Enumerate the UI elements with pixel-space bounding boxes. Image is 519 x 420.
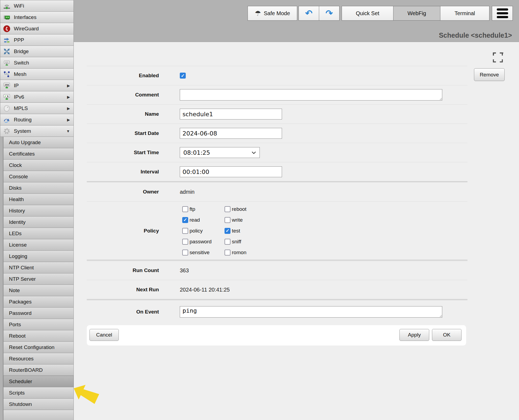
on-event-input[interactable]: ping (180, 306, 442, 318)
sidebar-subitem-shutdown[interactable]: Shutdown (3, 398, 74, 410)
start-time-label: Start Time (87, 150, 159, 156)
ppp-icon (3, 36, 11, 44)
policy-checkbox-password[interactable] (182, 239, 188, 245)
form-row-next-run: Next Run 2024-06-11 20:41:25 (87, 280, 467, 299)
page-title: Schedule <schedule1> (439, 31, 512, 39)
undo-button[interactable]: ↶ (299, 6, 319, 21)
sidebar-item-switch[interactable]: Switch (0, 57, 74, 69)
chevron-down-icon (251, 151, 256, 154)
policy-checkbox-romon[interactable] (225, 250, 230, 256)
button-bar: Cancel Apply OK (87, 325, 466, 345)
start-date-input[interactable] (180, 128, 282, 139)
content-panel: Remove Enabled Comment Name Start Date S… (74, 42, 519, 420)
sidebar-item-wifi[interactable]: WiFi (0, 0, 74, 12)
top-band: ☂ Safe Mode ↶ ↷ Quick Set WebFig Termina… (74, 0, 519, 42)
ipv6-icon: ✓6 (3, 93, 11, 101)
sidebar-subitem-reboot[interactable]: Reboot (3, 330, 74, 342)
form-row-owner: Owner admin (87, 182, 467, 201)
ok-button[interactable]: OK (432, 329, 462, 341)
remove-button[interactable]: Remove (474, 68, 505, 81)
sidebar-subitem-ntp-client[interactable]: NTP Client (3, 262, 74, 273)
policy-checkbox-reboot[interactable] (225, 206, 230, 212)
apply-button[interactable]: Apply (399, 329, 429, 341)
redo-button[interactable]: ↷ (319, 6, 339, 21)
sidebar-subitem-packages[interactable]: Packages (3, 296, 74, 308)
sidebar-subitem-logging[interactable]: Logging (3, 250, 74, 262)
menu-button[interactable] (492, 6, 513, 21)
policy-checkbox-test[interactable] (225, 228, 230, 234)
ip-icon: 255 (3, 82, 11, 89)
run-count-value: 363 (180, 267, 189, 274)
sidebar-subitem-ports[interactable]: Ports (3, 319, 74, 330)
sidebar-subitem-auto-upgrade[interactable]: Auto Upgrade (3, 137, 74, 148)
interval-label: Interval (87, 169, 159, 175)
sidebar-item-mpls[interactable]: MPLS ▶ (0, 102, 74, 114)
sidebar-subitem-certificates[interactable]: Certificates (3, 148, 74, 160)
fullscreen-icon[interactable] (492, 52, 503, 63)
enabled-checkbox[interactable] (180, 73, 186, 79)
undo-icon: ↶ (305, 9, 313, 18)
sidebar-item-interfaces[interactable]: Interfaces (0, 11, 74, 23)
sidebar-subitem-reset-configuration[interactable]: Reset Configuration (3, 341, 74, 353)
policy-checkbox-write[interactable] (225, 217, 230, 223)
sidebar-subitem-disks[interactable]: Disks (3, 182, 74, 194)
chevron-right-icon: ▶ (67, 83, 70, 88)
safe-mode-button[interactable]: ☂ Safe Mode (248, 6, 297, 21)
sidebar-subitem-console[interactable]: Console (3, 171, 74, 182)
sidebar-item-system[interactable]: System ▼ (0, 125, 74, 137)
sidebar-subitem-clock[interactable]: Clock (3, 159, 74, 171)
sidebar-subitem-health[interactable]: Health (3, 193, 74, 205)
form-row-start-date: Start Date (87, 124, 467, 143)
form-row-on-event: On Event ping (87, 300, 467, 323)
sidebar-subitem-note[interactable]: Note (3, 285, 74, 296)
cancel-button[interactable]: Cancel (89, 329, 119, 341)
switch-icon (3, 59, 11, 67)
sidebar-item-ppp[interactable]: PPP (0, 34, 74, 46)
bridge-icon (3, 48, 11, 55)
form-row-policy: Policy ftp reboot read write policy test… (87, 202, 467, 260)
sidebar-subitem-password[interactable]: Password (3, 307, 74, 319)
chevron-right-icon: ▶ (67, 118, 70, 122)
start-time-select[interactable]: 08:01:25 (180, 147, 260, 158)
mpls-icon (3, 105, 11, 112)
comment-input[interactable] (180, 89, 442, 101)
tab-quick-set[interactable]: Quick Set (342, 6, 393, 21)
policy-checkbox-read[interactable] (182, 217, 188, 223)
sidebar-item-mesh[interactable]: Mesh (0, 68, 74, 80)
sidebar-subitem-identity[interactable]: Identity (3, 216, 74, 228)
sidebar-subitem-ntp-server[interactable]: NTP Server (3, 273, 74, 285)
svg-text:255: 255 (5, 83, 9, 86)
hamburger-icon (497, 8, 508, 18)
redo-icon: ↷ (326, 9, 333, 18)
sidebar-subitem-history[interactable]: History (3, 205, 74, 217)
wireguard-icon (3, 25, 11, 33)
sidebar-item-bridge[interactable]: Bridge (0, 46, 74, 57)
svg-text:6: 6 (7, 95, 9, 98)
policy-checkbox-ftp[interactable] (182, 206, 188, 212)
name-label: Name (87, 111, 159, 117)
sidebar-subitem-resources[interactable]: Resources (3, 353, 74, 364)
routing-icon (3, 116, 11, 124)
tab-terminal[interactable]: Terminal (440, 6, 489, 21)
policy-checkbox-policy[interactable] (182, 228, 188, 234)
form-row-start-time: Start Time 08:01:25 (87, 143, 467, 162)
sidebar-item-routing[interactable]: Routing ▶ (0, 114, 74, 125)
sidebar-subitem-license[interactable]: License (3, 239, 74, 251)
policy-checkbox-sensitive[interactable] (182, 250, 188, 256)
sidebar-item-wireguard[interactable]: WireGuard (0, 23, 74, 34)
sidebar-item-ipv6[interactable]: ✓6 IPv6 ▶ (0, 91, 74, 103)
form-row-comment: Comment (87, 85, 467, 104)
policy-checkbox-sniff[interactable] (225, 239, 230, 245)
interval-input[interactable] (180, 166, 282, 177)
sidebar-subitem-scripts[interactable]: Scripts (3, 387, 74, 399)
chevron-right-icon: ▶ (67, 106, 70, 111)
sidebar-subitem-leds[interactable]: LEDs (3, 228, 74, 239)
sidebar-subitem-routerboard[interactable]: RouterBOARD (3, 364, 74, 376)
sidebar-item-ip[interactable]: 255 IP ▶ (0, 80, 74, 91)
name-input[interactable] (180, 109, 282, 119)
chevron-right-icon: ▶ (67, 95, 70, 99)
tab-webfig[interactable]: WebFig (393, 6, 440, 21)
form-row-run-count: Run Count 363 (87, 261, 467, 280)
form-row-enabled: Enabled (87, 66, 467, 85)
sidebar-subitem-scheduler[interactable]: Scheduler (3, 376, 74, 387)
